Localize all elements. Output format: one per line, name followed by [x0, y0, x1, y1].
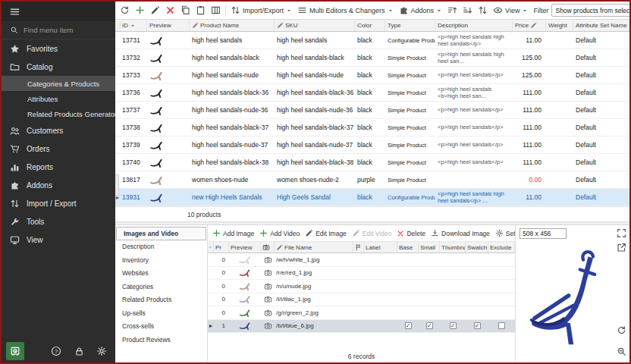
product-row[interactable]: 13738high heel sandals-black-37high heel… [115, 119, 629, 136]
tab-product-reviews[interactable]: Product Reviews [115, 333, 207, 347]
tab-cross-sells[interactable]: Cross-sells [115, 320, 207, 334]
expand-icon[interactable] [617, 228, 626, 238]
column-header[interactable]: SKU [275, 20, 355, 31]
tab-images-and-video[interactable]: Images and Video [116, 227, 206, 240]
add-image-button[interactable]: Add Image [210, 228, 256, 239]
product-row[interactable]: 13740high heel sandals-black-38high heel… [115, 154, 629, 171]
tab-websites[interactable]: Websites [115, 267, 207, 281]
image-row[interactable]: 0/g/r/green_2.jpg [208, 306, 515, 320]
external-link-icon[interactable] [617, 243, 626, 253]
sidebar-search-input[interactable]: Find menu item [2, 21, 115, 39]
refresh-icon[interactable] [617, 325, 626, 335]
checkbox[interactable] [498, 322, 505, 329]
delete-image-button[interactable]: Delete [394, 228, 428, 239]
download-icon [431, 229, 439, 237]
column-header[interactable]: Preview [229, 242, 261, 253]
store-button[interactable] [6, 342, 24, 360]
clear-sort-button[interactable] [476, 4, 490, 17]
checkbox[interactable]: ✓ [405, 322, 412, 329]
product-row[interactable]: 13737high heel sandals-nude-36high heel … [115, 102, 629, 119]
add-product-button[interactable] [133, 4, 147, 17]
sort-ascending-button[interactable] [445, 4, 460, 17]
column-header[interactable]: Product Name [190, 20, 275, 31]
checkbox[interactable]: ✓ [450, 322, 457, 329]
multi-editors-dropdown[interactable]: Multi Editors & Changers [295, 4, 396, 17]
refresh-button[interactable] [118, 4, 132, 17]
product-row[interactable]: 13817women shoes-nudewomen shoes-nude-2p… [115, 171, 629, 189]
sidebar-item-addons[interactable]: Addons [2, 176, 115, 194]
tab-description[interactable]: Description [115, 240, 207, 254]
sort-descending-button[interactable] [460, 4, 475, 17]
product-row[interactable]: 13731high heel sandalshigh heel sandalsb… [115, 32, 629, 49]
tab-categories[interactable]: Categories [115, 280, 207, 293]
zoom-icon[interactable] [617, 347, 626, 356]
checkbox[interactable]: ✓ [426, 322, 433, 329]
copy-button[interactable] [178, 4, 193, 17]
delete-product-button[interactable] [163, 4, 177, 17]
edit-product-button[interactable] [148, 4, 162, 17]
sidebar-item-tools[interactable]: Tools [2, 212, 115, 231]
column-header[interactable]: Preview [147, 20, 190, 31]
image-cell: ✓ [397, 322, 419, 329]
tab-up-sells[interactable]: Up-sells [115, 306, 207, 320]
sidebar-item-catalog[interactable]: Catalog [2, 58, 115, 76]
column-header[interactable]: Pr [214, 242, 229, 253]
column-header[interactable] [261, 242, 275, 253]
view-dropdown[interactable]: View [491, 4, 530, 17]
column-header[interactable]: Exclude [488, 242, 515, 253]
column-header[interactable]: Base [397, 242, 419, 253]
image-size-input[interactable] [520, 228, 567, 239]
sidebar-item-customers[interactable]: Customers [2, 121, 115, 140]
column-header[interactable]: Label [364, 242, 397, 253]
column-header[interactable]: File Name [275, 242, 353, 253]
edit-video-button[interactable]: Edit Video [350, 228, 394, 239]
paste-button[interactable] [193, 4, 208, 17]
image-row[interactable]: ▸1/b/l/blue_6.jpg✓✓✓✓ [208, 320, 515, 334]
filter-select[interactable]: Show products from selected categories [551, 4, 629, 17]
column-header[interactable]: Description [435, 20, 513, 31]
set-resize-rule-button[interactable]: Set Resize Rule [493, 228, 515, 239]
product-row[interactable]: 13739high heel sandals-nude-37high heel … [115, 136, 629, 154]
help-button[interactable] [47, 342, 65, 360]
column-header[interactable]: ID [120, 20, 147, 31]
tab-related-products[interactable]: Related Products [115, 293, 207, 307]
image-row[interactable]: 0/r/e/red_1.jpg [208, 267, 515, 281]
column-header[interactable]: Color [355, 20, 385, 31]
column-header[interactable]: Weight [546, 20, 573, 31]
tab-inventory[interactable]: Inventory [115, 253, 207, 267]
sidebar-item-view[interactable]: View [2, 231, 115, 249]
column-header[interactable]: Price [513, 20, 546, 31]
sidebar-item-attributes[interactable]: Attributes [2, 91, 115, 106]
image-row[interactable]: 0/n/u/nude.jpg [208, 280, 515, 293]
settings-button[interactable] [93, 342, 111, 360]
image-row[interactable]: 0/l/i/lilac_1.jpg [208, 293, 515, 307]
product-row[interactable]: 13732high heel sandals-blackhigh heel sa… [115, 49, 629, 67]
checkbox[interactable]: ✓ [474, 322, 481, 329]
sidebar-item-import-export[interactable]: Import / Export [2, 194, 115, 212]
sidebar-item-related-products-generator[interactable]: Related Products Generator [2, 106, 115, 121]
import-export-dropdown[interactable]: Import/Export [228, 4, 294, 17]
product-row[interactable]: ▸13931new High Heels SandalsHigh Geels S… [115, 189, 629, 206]
column-header[interactable] [353, 242, 364, 253]
addons-dropdown[interactable]: Addons [397, 4, 445, 17]
image-row[interactable]: 0/w/h/white_1.jpg [208, 253, 515, 267]
column-header[interactable]: Small [419, 242, 440, 253]
product-row[interactable]: 13733high heel sandals-nudehigh heel san… [115, 67, 629, 84]
column-header[interactable] [208, 242, 214, 253]
column-header[interactable]: Type [385, 20, 435, 31]
column-header[interactable]: Thumbna [440, 242, 466, 253]
sidebar-item-reports[interactable]: Reports [2, 158, 115, 176]
sidebar-item-orders[interactable]: Orders [2, 140, 115, 158]
panel-resize-handle[interactable] [115, 174, 119, 196]
lock-button[interactable] [70, 342, 88, 360]
edit-image-button[interactable]: Edit Image [303, 228, 349, 239]
column-header[interactable]: Swatch [466, 242, 488, 253]
hamburger-menu-button[interactable] [2, 2, 115, 21]
column-header[interactable]: Attribute Set Name [573, 20, 629, 31]
product-row[interactable]: 13736high heel sandals-black-36high heel… [115, 84, 629, 102]
sidebar-item-favorites[interactable]: Favorites [2, 39, 115, 58]
sidebar-item-categories-products[interactable]: Categories & Products [2, 76, 115, 91]
download-image-button[interactable]: Download Image [429, 228, 492, 239]
columns-button[interactable] [209, 4, 223, 17]
add-video-button[interactable]: Add Video [257, 228, 302, 239]
